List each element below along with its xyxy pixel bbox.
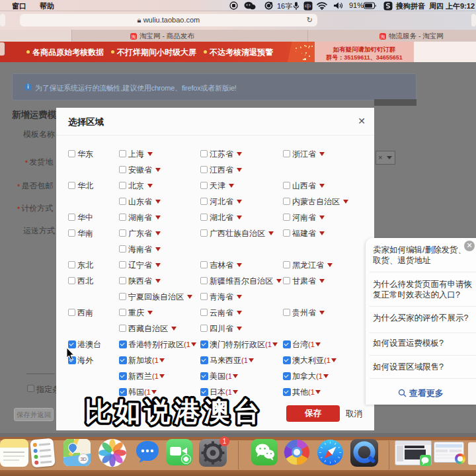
svg-text:比如说港澳台: 比如说港澳台 (85, 397, 263, 426)
svg-text:中: 中 (305, 3, 311, 10)
